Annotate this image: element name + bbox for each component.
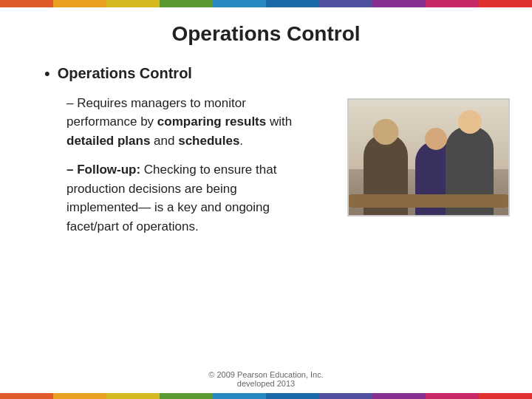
top-color-bar [0, 0, 532, 7]
bar-seg-9 [426, 0, 479, 7]
slide-title: Operations Control [37, 22, 495, 46]
bar-seg-6 [266, 0, 319, 7]
footer-line1: © 2009 Pearson Education, Inc. [0, 370, 532, 379]
bot-bar-seg-1 [0, 393, 53, 399]
bottom-color-bar [0, 393, 532, 399]
bar-seg-3 [106, 0, 160, 7]
bar-seg-10 [479, 0, 532, 7]
sub-bullet-1-bold1: comparing results [157, 115, 266, 129]
bullet-dot: • [44, 64, 50, 85]
main-bullet-text: Operations Control [58, 64, 192, 83]
sub-bullet-1-bold3: schedules [178, 134, 239, 148]
slide-content: Operations Control • Operations Control … [0, 7, 532, 261]
meeting-photo [347, 98, 510, 216]
desk-surface [349, 194, 508, 208]
bot-bar-seg-7 [319, 393, 372, 399]
bar-seg-4 [160, 0, 213, 7]
bot-bar-seg-10 [479, 393, 532, 399]
footer-line2: developed 2013 [0, 379, 532, 388]
bar-seg-1 [0, 0, 53, 7]
sub-bullet-1-final: . [239, 134, 243, 148]
bot-bar-seg-8 [372, 393, 426, 399]
bot-bar-seg-9 [426, 393, 479, 399]
sub-bullet-2-bold: – Follow-up: [66, 163, 140, 177]
bar-seg-2 [53, 0, 106, 7]
bar-seg-8 [372, 0, 426, 7]
bot-bar-seg-4 [160, 393, 213, 399]
bot-bar-seg-2 [53, 393, 106, 399]
main-bullet-item: • Operations Control [44, 64, 495, 85]
bot-bar-seg-3 [106, 393, 160, 399]
bar-seg-7 [319, 0, 372, 7]
meeting-photo-inner [349, 100, 508, 215]
sub-bullet-1-bold2: detailed plans [66, 134, 150, 148]
bot-bar-seg-5 [213, 393, 266, 399]
footer: © 2009 Pearson Education, Inc. developed… [0, 370, 532, 388]
bar-seg-5 [213, 0, 266, 7]
sub-bullet-1-mid: with [266, 115, 292, 129]
sub-bullet-1-end: and [150, 134, 178, 148]
bot-bar-seg-6 [266, 393, 319, 399]
